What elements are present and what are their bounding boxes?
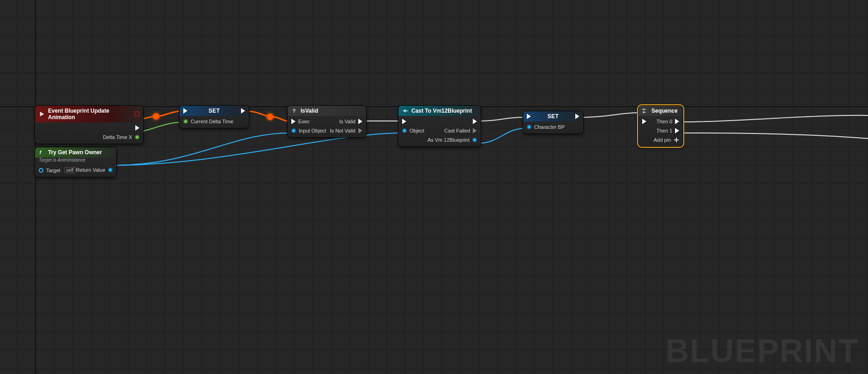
add-pin-button[interactable]: Add pin bbox=[654, 137, 679, 143]
event-icon bbox=[39, 111, 45, 117]
pin-label: Return Value bbox=[76, 167, 105, 173]
pin-target[interactable]: Target self bbox=[39, 167, 76, 173]
add-pin-label: Add pin bbox=[654, 137, 671, 143]
node-titlebar: SET bbox=[523, 111, 583, 121]
node-set-character-bp[interactable]: SET Character BP bbox=[523, 111, 584, 134]
pin-exec-out[interactable] bbox=[135, 125, 139, 131]
pin-return-value[interactable]: Return Value bbox=[76, 167, 113, 173]
pin-is-valid[interactable]: Is Valid bbox=[339, 119, 362, 124]
reroute-node[interactable] bbox=[153, 113, 159, 120]
svg-text:?: ? bbox=[293, 108, 295, 114]
svg-text:f: f bbox=[40, 150, 42, 155]
pin-exec-in[interactable] bbox=[527, 114, 531, 119]
breakpoint-toggle[interactable] bbox=[134, 111, 139, 117]
pin-label: Cast Failed bbox=[444, 128, 470, 133]
pin-exec-out[interactable] bbox=[241, 108, 245, 114]
pin-exec-in[interactable] bbox=[642, 119, 646, 124]
graph-canvas[interactable] bbox=[0, 0, 868, 374]
pin-exec-in[interactable]: Exec bbox=[291, 119, 326, 124]
svg-rect-3 bbox=[643, 112, 645, 113]
node-title: SET bbox=[209, 108, 220, 114]
node-isvalid[interactable]: ? IsValid Exec Input Object Is Valid Is … bbox=[287, 105, 367, 138]
pin-exec-in[interactable] bbox=[183, 108, 187, 114]
pin-then-0[interactable]: Then 0 bbox=[657, 119, 679, 124]
pin-label: Current Delta Time bbox=[191, 119, 233, 124]
pin-current-delta-time[interactable]: Current Delta Time bbox=[183, 119, 233, 124]
plus-icon bbox=[674, 137, 679, 143]
pin-delta-time-x[interactable]: Delta Time X bbox=[103, 134, 139, 140]
node-titlebar: Sequence bbox=[639, 106, 683, 116]
svg-rect-2 bbox=[643, 109, 645, 110]
pin-exec-in[interactable] bbox=[402, 119, 424, 124]
pin-exec-out[interactable] bbox=[575, 114, 579, 119]
node-try-get-pawn-owner[interactable]: f Try Get Pawn Owner Target is AnimInsta… bbox=[35, 147, 117, 177]
node-titlebar: f Try Get Pawn Owner bbox=[35, 147, 116, 157]
node-titlebar: Cast To Vm12Blueprint bbox=[398, 106, 481, 116]
pin-label: Then 1 bbox=[657, 128, 672, 133]
pin-label: Input Object bbox=[299, 128, 326, 133]
node-set-current-delta-time[interactable]: SET Current Delta Time bbox=[179, 105, 249, 128]
function-icon: f bbox=[39, 149, 45, 156]
pin-label: Delta Time X bbox=[103, 134, 132, 140]
pin-label: As Vm 12Blueprint bbox=[428, 137, 470, 143]
axis-vertical bbox=[35, 0, 36, 374]
node-title: Cast To Vm12Blueprint bbox=[411, 108, 472, 114]
node-subtitle: Target is AnimInstance bbox=[35, 157, 116, 164]
pin-label: Target bbox=[46, 168, 60, 173]
node-event-blueprint-update-animation[interactable]: Event Blueprint Update Animation Delta T… bbox=[35, 105, 144, 144]
pin-object[interactable]: Object bbox=[402, 128, 424, 133]
pin-input-object[interactable]: Input Object bbox=[291, 128, 326, 133]
pin-as-vm12blueprint[interactable]: As Vm 12Blueprint bbox=[428, 137, 477, 143]
cast-icon bbox=[402, 108, 409, 114]
node-titlebar: Event Blueprint Update Animation bbox=[35, 106, 143, 122]
node-title: IsValid bbox=[301, 108, 318, 114]
pin-character-bp[interactable]: Character BP bbox=[527, 124, 565, 130]
pin-label: Character BP bbox=[534, 124, 565, 130]
node-title: SET bbox=[548, 113, 559, 120]
pin-label: Then 0 bbox=[657, 119, 672, 124]
pin-label: Object bbox=[410, 128, 424, 133]
reroute-node[interactable] bbox=[267, 114, 273, 120]
node-titlebar: SET bbox=[180, 106, 249, 116]
self-label: self bbox=[64, 167, 76, 173]
pin-cast-failed[interactable]: Cast Failed bbox=[444, 128, 477, 133]
node-sequence[interactable]: Sequence Then 0 Then 1 Add pin bbox=[638, 105, 683, 147]
node-titlebar: ? IsValid bbox=[288, 106, 366, 116]
pin-label: Exec bbox=[298, 119, 309, 124]
question-icon: ? bbox=[291, 108, 298, 114]
pin-label: Is Not Valid bbox=[330, 128, 356, 133]
node-title: Try Get Pawn Owner bbox=[48, 149, 102, 156]
pin-is-not-valid[interactable]: Is Not Valid bbox=[330, 128, 362, 133]
pin-exec-out[interactable] bbox=[473, 119, 477, 124]
pin-then-1[interactable]: Then 1 bbox=[657, 128, 679, 133]
pin-label: Is Valid bbox=[339, 119, 356, 124]
node-title: Event Blueprint Update Animation bbox=[48, 108, 132, 121]
node-cast-to-vm12blueprint[interactable]: Cast To Vm12Blueprint Object Cast Failed… bbox=[398, 105, 481, 147]
node-title: Sequence bbox=[651, 108, 678, 114]
sequence-icon bbox=[642, 108, 649, 114]
